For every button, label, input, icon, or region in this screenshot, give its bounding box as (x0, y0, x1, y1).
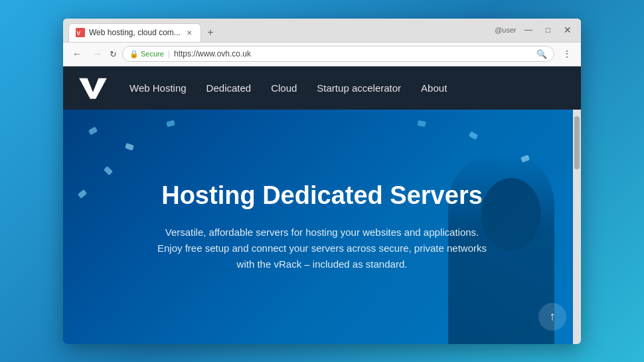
tab-area: V Web hosting, cloud com... ✕ + (68, 19, 488, 42)
confetti-4 (104, 166, 113, 175)
scroll-up-button[interactable]: ↑ (538, 303, 566, 331)
svg-text:V: V (76, 30, 80, 37)
nav-item-dedicated[interactable]: Dedicated (206, 82, 252, 94)
nav-item-startup-accelerator[interactable]: Startup accelerator (317, 82, 401, 94)
confetti-7 (417, 120, 426, 127)
url-text: https://www.ovh.co.uk (174, 49, 251, 58)
refresh-btn[interactable]: ↻ (110, 49, 117, 59)
address-bar: ← → ↻ 🔒 Secure | https://www.ovh.co.uk 🔍… (63, 43, 581, 66)
forward-btn[interactable]: → (90, 47, 104, 60)
maximize-btn[interactable]: □ (542, 24, 554, 36)
nav-item-cloud[interactable]: Cloud (271, 82, 297, 94)
tab-favicon: V (76, 28, 85, 37)
window-controls: — □ ✕ (521, 23, 576, 37)
page-scrollbar[interactable] (573, 110, 581, 344)
site-logo[interactable] (76, 75, 110, 100)
site-navigation: Web Hosting Dedicated Cloud Startup acce… (63, 66, 581, 110)
browser-window: V Web hosting, cloud com... ✕ + @user — … (63, 19, 581, 344)
webpage: Web Hosting Dedicated Cloud Startup acce… (63, 66, 581, 344)
title-bar: V Web hosting, cloud com... ✕ + @user — … (63, 19, 581, 43)
tab-title: Web hosting, cloud com... (89, 28, 181, 37)
close-btn[interactable]: ✕ (560, 23, 576, 37)
url-box[interactable]: 🔒 Secure | https://www.ovh.co.uk 🔍 (122, 46, 554, 62)
active-tab[interactable]: V Web hosting, cloud com... ✕ (68, 23, 201, 42)
browser-menu-btn[interactable]: ⋮ (560, 48, 574, 59)
hero-section: Hosting Dedicated Servers Versatile, aff… (63, 110, 581, 344)
user-indicator: @user (495, 26, 517, 34)
minimize-btn[interactable]: — (521, 24, 536, 36)
hero-title: Hosting Dedicated Servers (156, 181, 488, 211)
hero-content: Hosting Dedicated Servers Versatile, aff… (103, 181, 541, 272)
lock-icon: 🔒 (129, 50, 139, 58)
svg-marker-2 (79, 78, 107, 99)
secure-badge: 🔒 Secure (129, 50, 164, 58)
new-tab-btn[interactable]: + (201, 23, 220, 42)
url-separator: | (168, 49, 170, 58)
confetti-1 (88, 126, 98, 135)
confetti-2 (125, 143, 134, 151)
search-icon[interactable]: 🔍 (536, 49, 547, 59)
hero-description: Versatile, affordable servers for hostin… (156, 225, 488, 272)
confetti-8 (78, 189, 87, 199)
secure-label: Secure (141, 50, 164, 58)
back-btn[interactable]: ← (70, 47, 84, 60)
confetti-3 (166, 120, 175, 128)
nav-item-web-hosting[interactable]: Web Hosting (129, 82, 187, 94)
scrollbar-thumb[interactable] (574, 116, 580, 169)
nav-item-about[interactable]: About (421, 82, 447, 94)
tab-close-btn[interactable]: ✕ (185, 28, 194, 37)
